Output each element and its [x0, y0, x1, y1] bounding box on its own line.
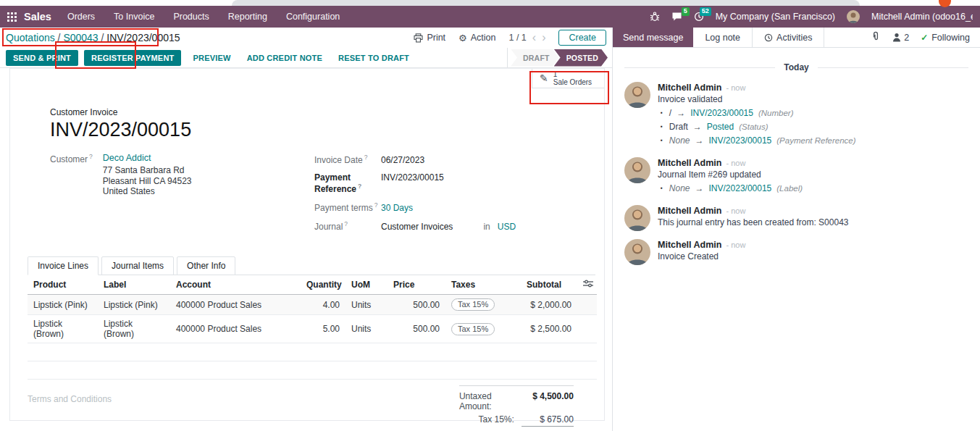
- activities-clock-icon[interactable]: 52: [694, 12, 704, 22]
- message-header: Mitchell Admin- now: [658, 83, 856, 93]
- notebook-tabs: Invoice LinesJournal ItemsOther Info: [28, 256, 595, 275]
- status-draft[interactable]: DRAFT: [511, 49, 559, 67]
- messages-icon[interactable]: 5: [671, 12, 682, 22]
- customer-address-line: Pleasant Hill CA 94523: [103, 176, 192, 187]
- message-author[interactable]: Mitchell Admin: [658, 206, 721, 216]
- bullet-icon: ▪: [661, 137, 663, 143]
- avatar: [624, 239, 650, 265]
- table-empty-row: [28, 343, 597, 361]
- document-type-label: Customer Invoice: [50, 107, 588, 117]
- chatter-message: Mitchell Admin- nowInvoice validated▪/→I…: [613, 75, 980, 151]
- preview-button[interactable]: PREVIEW: [187, 50, 236, 66]
- nav-menu-reporting[interactable]: Reporting: [228, 12, 267, 22]
- column-header-account: Account: [170, 275, 301, 295]
- send-print-button[interactable]: SEND & PRINT: [6, 50, 78, 66]
- register-payment-button[interactable]: REGISTER PAYMENT: [84, 50, 181, 66]
- field-suffix-value[interactable]: USD: [498, 222, 516, 232]
- pencil-square-icon: ✎: [540, 72, 548, 84]
- reset-to-draft-button[interactable]: RESET TO DRAFT: [332, 50, 415, 66]
- following-button[interactable]: ✓ Following: [921, 33, 970, 43]
- breadcrumb-item-quotations[interactable]: Quotations: [6, 32, 55, 43]
- new-value[interactable]: INV/2023/00015: [709, 135, 772, 146]
- cell-uom: Units: [345, 295, 388, 315]
- table-row[interactable]: Lipstick (Brown)Lipstick (Brown)400000 P…: [28, 315, 597, 343]
- breadcrumb-item-s00043[interactable]: S00043: [63, 32, 98, 43]
- nav-menu-orders[interactable]: Orders: [67, 12, 95, 22]
- empty-cell: [28, 361, 597, 380]
- company-switcher[interactable]: My Company (San Francisco): [716, 12, 835, 22]
- debug-bug-icon[interactable]: [650, 12, 660, 22]
- invoice-sheet: ✎ 1 Sale Orders Customer Invoice INV/202…: [9, 68, 605, 421]
- arrow-icon: →: [677, 108, 685, 118]
- tab-journal-items[interactable]: Journal Items: [101, 256, 174, 275]
- cell-account: 400000 Product Sales: [170, 315, 301, 343]
- tab-invoice-lines[interactable]: Invoice Lines: [28, 256, 99, 275]
- message-header: Mitchell Admin- now: [658, 240, 745, 250]
- message-list: Mitchell Admin- nowInvoice validated▪/→I…: [613, 75, 980, 267]
- form-view-pane: Quotations / S00043 / INV/2023/00015 Pri…: [0, 28, 612, 431]
- arrow-icon: →: [693, 122, 702, 132]
- field-label: Payment Reference?: [314, 172, 381, 194]
- table-row[interactable]: Lipstick (Pink)Lipstick (Pink)400000 Pro…: [28, 295, 597, 315]
- user-avatar[interactable]: [847, 10, 860, 23]
- activities-button[interactable]: Activities: [753, 28, 824, 47]
- new-value[interactable]: Posted: [707, 122, 734, 132]
- nav-menu-configuration[interactable]: Configuration: [286, 12, 340, 22]
- tracking-changes: ▪None→INV/2023/00015(Label): [658, 183, 803, 193]
- nav-menu-to-invoice[interactable]: To Invoice: [114, 12, 154, 22]
- tracking-change: ▪None→INV/2023/00015(Payment Reference): [661, 135, 856, 146]
- bullet-icon: ▪: [661, 123, 663, 130]
- message-author[interactable]: Mitchell Admin: [658, 240, 721, 250]
- status-posted[interactable]: POSTED: [554, 49, 608, 67]
- pager-previous-icon[interactable]: ‹: [532, 32, 536, 43]
- totals-block: Untaxed Amount: $ 4,500.00 Tax 15%: $ 67…: [459, 385, 574, 431]
- new-value[interactable]: INV/2023/00015: [709, 183, 772, 193]
- new-value[interactable]: INV/2023/00015: [690, 108, 753, 118]
- attachment-paperclip-icon[interactable]: [871, 31, 881, 43]
- breadcrumb-separator: /: [99, 32, 107, 43]
- print-button[interactable]: Print: [414, 33, 445, 43]
- column-options-icon[interactable]: [577, 275, 597, 295]
- message-body: Mitchell Admin- nowInvoice validated▪/→I…: [658, 82, 856, 149]
- field-value: INV/2023/00015: [381, 172, 444, 183]
- tax-badge: Tax 15%: [451, 323, 495, 335]
- pager-next-icon[interactable]: ›: [542, 32, 545, 43]
- column-header-subtotal: Subtotal: [521, 275, 577, 295]
- followers-count: 2: [904, 33, 909, 43]
- chatter-toolbar: Send message Log note Activities: [613, 28, 980, 48]
- statusbar: DRAFTPOSTED: [507, 48, 612, 67]
- log-note-button[interactable]: Log note: [693, 28, 753, 47]
- add-credit-note-button[interactable]: ADD CREDIT NOTE: [241, 50, 328, 66]
- field-payment-terms: Payment terms?30 Days: [314, 201, 588, 213]
- sale-orders-smart-button[interactable]: ✎ 1 Sale Orders: [532, 69, 604, 88]
- action-button[interactable]: ⚙ Action: [458, 33, 495, 43]
- message-header: Mitchell Admin- now: [658, 206, 848, 216]
- tab-other-info[interactable]: Other Info: [177, 256, 235, 275]
- help-marker: ?: [358, 183, 361, 190]
- field-name: (Number): [758, 109, 794, 117]
- send-message-button[interactable]: Send message: [613, 28, 693, 47]
- help-marker: ?: [374, 201, 378, 209]
- breadcrumb-item-inv-2023-00015: INV/2023/00015: [106, 32, 180, 43]
- column-header-price: Price: [388, 275, 445, 295]
- browser-tab-shape: [232, 0, 860, 6]
- message-text: Journal Item #269 updated: [658, 170, 803, 180]
- nav-menu-products[interactable]: Products: [173, 12, 209, 22]
- message-author[interactable]: Mitchell Admin: [658, 83, 721, 93]
- field-label: Payment terms?: [314, 201, 381, 213]
- customer-name-link[interactable]: Deco Addict: [103, 153, 192, 163]
- user-menu[interactable]: Mitchell Admin (odoo16_ent_dem: [871, 12, 973, 22]
- create-button[interactable]: Create: [558, 30, 606, 46]
- field-journal: Journal?Customer InvoicesinUSD: [314, 220, 588, 232]
- field-value[interactable]: 30 Days: [381, 203, 413, 213]
- message-text: This journal entry has been created from…: [658, 217, 848, 227]
- followers-button[interactable]: 2: [892, 33, 909, 43]
- apps-grid-icon[interactable]: [7, 12, 17, 22]
- chatter-message: Mitchell Admin- nowThis journal entry ha…: [613, 198, 980, 233]
- app-name[interactable]: Sales: [24, 11, 51, 22]
- terms-and-conditions-placeholder[interactable]: Terms and Conditions: [28, 385, 112, 431]
- column-header-product: Product: [28, 275, 98, 295]
- cell-quantity: 5.00: [301, 315, 345, 343]
- message-author[interactable]: Mitchell Admin: [658, 158, 721, 168]
- customer-address: 77 Santa Barbara RdPleasant Hill CA 9452…: [103, 165, 192, 197]
